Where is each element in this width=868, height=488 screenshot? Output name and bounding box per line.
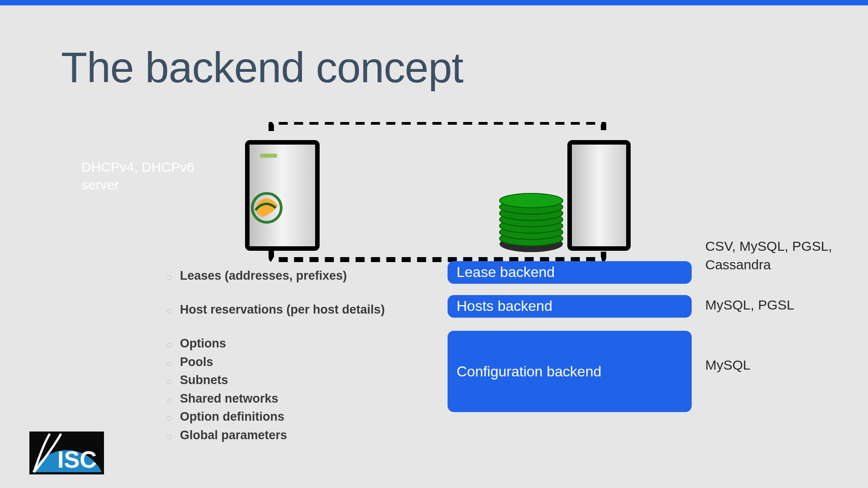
page-title: The backend concept xyxy=(61,43,463,92)
tech-label-config: MySQL xyxy=(705,356,841,375)
server-left-icon xyxy=(247,142,317,249)
bullet-icon xyxy=(167,309,172,314)
backend-label: Configuration backend xyxy=(457,363,601,380)
list-config: Options Pools Subnets Shared networks Op… xyxy=(167,334,287,444)
backend-box-hosts: Hosts backend xyxy=(448,295,692,318)
list-item: Shared networks xyxy=(180,389,278,408)
logo-text: ISC xyxy=(57,446,97,473)
backend-label: Hosts backend xyxy=(457,298,552,314)
backend-box-config: Configuration backend xyxy=(448,331,692,412)
list-item: Host reservations (per host details) xyxy=(180,300,385,319)
backend-label: Lease backend xyxy=(457,264,555,281)
diagram-servers xyxy=(242,122,635,262)
accent-top-bar xyxy=(0,0,868,5)
tech-label-lease: CSV, MySQL, PGSL, Cassandra xyxy=(705,237,841,274)
list-item: Leases (addresses, prefixes) xyxy=(180,267,347,285)
svg-point-13 xyxy=(500,193,563,208)
bullet-icon xyxy=(167,435,172,439)
backend-box-lease: Lease backend xyxy=(448,261,692,284)
bullet-icon xyxy=(167,275,172,280)
list-item: Options xyxy=(180,334,226,353)
server-label: DHCPv4, DHCPv6 server xyxy=(81,158,199,193)
list-item: Global parameters xyxy=(180,426,287,445)
list-item: Option definitions xyxy=(180,408,284,426)
bullet-icon xyxy=(167,380,172,384)
svg-rect-5 xyxy=(572,145,626,246)
isc-logo: ISC xyxy=(29,432,104,474)
bullet-icon xyxy=(167,416,172,421)
bullet-icon xyxy=(167,398,172,403)
bullet-icon xyxy=(167,343,172,347)
server-right-icon xyxy=(570,142,628,249)
svg-rect-2 xyxy=(260,154,277,158)
bullet-icon xyxy=(167,361,172,366)
list-item: Subnets xyxy=(180,371,228,389)
list-leases: Leases (addresses, prefixes) xyxy=(167,267,347,285)
list-item: Pools xyxy=(180,353,213,371)
tech-label-hosts: MySQL, PGSL xyxy=(705,296,841,314)
database-icon xyxy=(500,193,563,252)
list-hosts: Host reservations (per host details) xyxy=(167,300,385,319)
